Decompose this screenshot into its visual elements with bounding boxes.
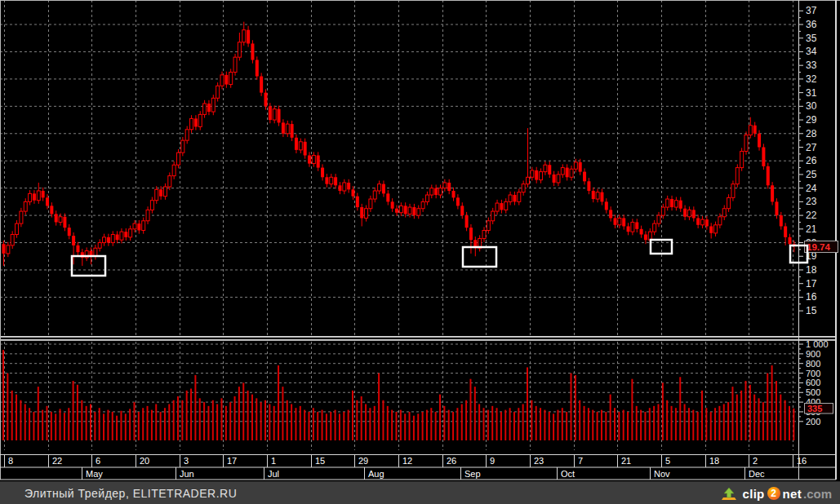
candle-body-up	[522, 184, 525, 192]
volume-bar	[718, 406, 720, 440]
volume-bar	[47, 406, 48, 440]
volume-bar	[675, 408, 677, 440]
volume-tick-label: 1 000	[806, 339, 829, 349]
volume-bar	[400, 410, 402, 440]
candle-body-up	[718, 217, 722, 225]
date-tick-label: 12	[402, 456, 412, 466]
volume-bar	[684, 404, 686, 440]
candle-body-up	[408, 207, 411, 214]
candle-body-down	[622, 218, 625, 226]
price-tick-label: 15	[806, 305, 817, 316]
candle-body-down	[609, 210, 612, 218]
candle-body-up	[211, 98, 215, 112]
price-tick-label: 27	[806, 142, 817, 153]
volume-bar	[540, 408, 541, 440]
volume-bar	[697, 412, 699, 440]
candle-body-down	[247, 30, 250, 44]
date-tick-label: 22	[52, 456, 62, 466]
candle-body-down	[382, 184, 385, 194]
volume-bar	[461, 404, 463, 440]
volume-bar	[256, 398, 257, 440]
candle-body-up	[430, 188, 433, 195]
candle-body-down	[605, 201, 608, 210]
volume-bar	[723, 404, 725, 440]
volume-bar	[623, 410, 624, 440]
volume-bar	[614, 408, 616, 440]
candle-body-up	[531, 170, 534, 177]
candle-body-up	[103, 237, 106, 243]
volume-bar	[491, 406, 493, 440]
candle-body-up	[37, 191, 40, 201]
volume-bar	[203, 402, 205, 440]
candle-body-up	[238, 42, 241, 57]
price-tick-label: 29	[806, 114, 817, 126]
candle-body-up	[722, 209, 726, 217]
candle-body-down	[304, 142, 307, 156]
volume-bar	[356, 400, 358, 440]
candle-body-up	[527, 177, 530, 183]
date-tick-label: 6	[96, 456, 100, 466]
watermark-2-badge: 2	[767, 487, 780, 500]
volume-bar	[269, 404, 270, 440]
volume-tick-label: 900	[806, 349, 820, 359]
price-tick-label: 16	[806, 291, 817, 303]
volume-bar	[112, 412, 113, 440]
volume-bar	[513, 412, 515, 440]
date-tick-label: 8	[8, 456, 13, 466]
volume-bar	[164, 408, 166, 440]
volume-bar	[134, 402, 136, 440]
volume-bar	[55, 413, 56, 440]
status-bar: Элитный Трейдер, ELITETRADER.RU clip2net…	[0, 481, 840, 504]
date-tick-label: 16	[797, 456, 807, 466]
month-label: Sep	[464, 469, 481, 479]
candle-body-up	[714, 225, 718, 233]
volume-bar	[151, 410, 153, 440]
price-tick-label: 35	[806, 33, 817, 44]
volume-bar	[679, 377, 681, 440]
volume-bar	[194, 375, 196, 440]
volume-bar	[478, 404, 480, 440]
candle-body-up	[631, 222, 634, 232]
volume-bar	[278, 365, 279, 440]
volume-bar	[38, 387, 39, 440]
candle-body-up	[596, 192, 599, 199]
candle-body-down	[338, 185, 341, 191]
volume-bar	[605, 412, 607, 440]
volume-bar	[129, 409, 131, 440]
volume-bar	[658, 404, 660, 440]
candle-body-down	[635, 222, 638, 228]
volume-bar	[304, 410, 305, 440]
candle-body-up	[731, 184, 735, 198]
volume-bar	[610, 395, 611, 440]
candle-body-down	[63, 217, 66, 228]
volume-bar	[68, 408, 69, 440]
volume-bar	[740, 391, 742, 440]
candle-body-up	[330, 177, 333, 183]
volume-bar	[566, 412, 567, 440]
candle-body-up	[98, 243, 101, 249]
volume-bar	[465, 400, 467, 440]
volume-bar	[181, 400, 183, 440]
candle-body-up	[749, 126, 752, 135]
candle-body-down	[278, 109, 281, 123]
top-border	[0, 0, 840, 1]
volume-bar	[352, 391, 353, 440]
status-text: Элитный Трейдер, ELITETRADER.RU	[0, 487, 237, 500]
volume-bar	[142, 408, 144, 440]
volume-bar	[575, 375, 576, 440]
volume-bar	[522, 404, 524, 440]
volume-bar	[382, 400, 384, 440]
volume-bar	[793, 409, 794, 440]
candle-body-up	[150, 201, 153, 210]
volume-bar	[500, 412, 502, 440]
candle-body-down	[33, 193, 36, 200]
volume-bar	[767, 374, 768, 440]
candle-body-up	[168, 176, 171, 187]
volume-bar	[326, 413, 327, 440]
candle-body-up	[369, 199, 372, 209]
volume-bar	[396, 412, 398, 440]
price-tick-label: 17	[806, 278, 817, 290]
candle-body-down	[224, 75, 228, 85]
candle-body-down	[50, 206, 53, 214]
volume-bar	[557, 410, 558, 440]
